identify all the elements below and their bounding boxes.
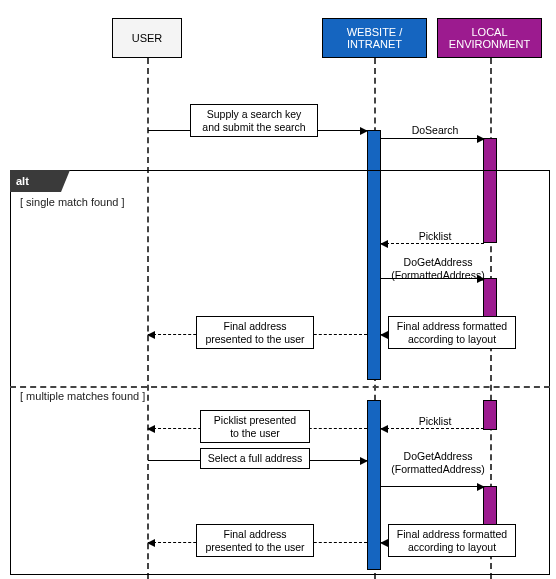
arrow-dosearch [381,138,484,139]
msg-select: Select a full address [200,448,310,469]
msg-picklist-2: Picklist [405,415,465,428]
msg-supply: Supply a search key and submit the searc… [190,104,318,137]
guard-single: [ single match found ] [20,196,125,208]
msg-dosearch: DoSearch [400,124,470,137]
arrow-picklist-1 [381,243,484,244]
sequence-diagram: USER WEBSITE / INTRANET LOCAL ENVIRONMEN… [0,0,556,579]
actor-local-environment: LOCAL ENVIRONMENT [437,18,542,58]
alt-label: alt [10,170,70,192]
arrow-doget-2 [381,486,484,487]
arrow-picklist-2 [381,428,484,429]
actor-website: WEBSITE / INTRANET [322,18,427,58]
msg-doget-2: DoGetAddress (FormattedAddress) [388,450,488,475]
msg-finalpres-2: Final address presented to the user [196,524,314,557]
msg-finalfmt-2: Final address formatted according to lay… [388,524,516,557]
guard-multi: [ multiple matches found ] [20,390,145,402]
msg-finalfmt-1: Final address formatted according to lay… [388,316,516,349]
msg-picklist-1: Picklist [405,230,465,243]
msg-doget-1: DoGetAddress (FormattedAddress) [388,256,488,281]
msg-finalpres-1: Final address presented to the user [196,316,314,349]
actor-user: USER [112,18,182,58]
alt-fragment: alt [10,170,550,575]
msg-picklistpres: Picklist presented to the user [200,410,310,443]
alt-separator [10,386,550,388]
